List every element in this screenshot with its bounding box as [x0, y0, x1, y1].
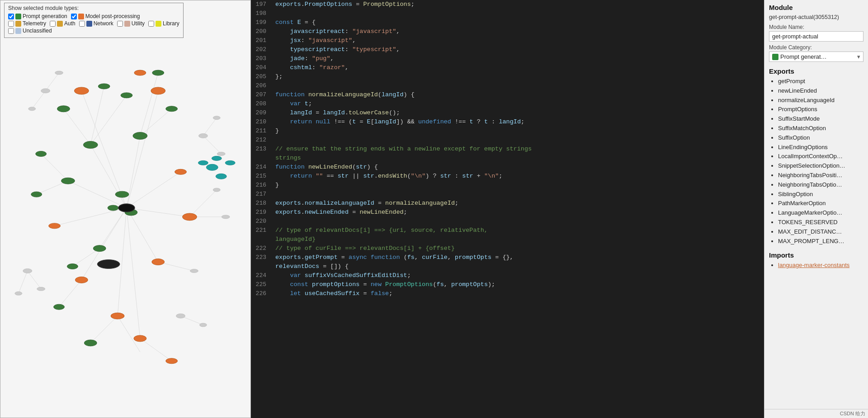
svg-point-50: [83, 141, 98, 149]
svg-point-36: [41, 89, 50, 93]
svg-point-57: [61, 178, 75, 184]
filter-item-prompt[interactable]: Prompt generation: [8, 13, 67, 19]
export-item: LocalImportContextOp…: [778, 152, 863, 161]
code-line: 207 function normalizeLanguageId(langId)…: [251, 90, 764, 99]
right-panel: Module get-prompt-actual(3055312) Module…: [764, 0, 868, 418]
svg-point-39: [198, 134, 208, 138]
export-item: PromptOptions: [778, 105, 863, 114]
bottom-bar: CSDN 给力: [764, 409, 868, 418]
export-item: PathMarkerOption: [778, 199, 863, 208]
filter-label-network: Network: [94, 20, 113, 27]
svg-point-83: [118, 204, 135, 212]
code-line: 204 cshtml: "razor",: [251, 63, 764, 72]
filter-checkbox-prompt[interactable]: [8, 14, 14, 19]
filter-checkbox-auth[interactable]: [50, 21, 56, 27]
import-item[interactable]: language-marker-constants: [778, 261, 863, 270]
code-line: 198: [251, 9, 764, 18]
code-line: 210 return null !== (t = E[langId]) && u…: [251, 117, 764, 127]
module-name-value[interactable]: get-prompt-actual: [769, 31, 863, 42]
export-item: TOKENS_RESERVED: [778, 218, 863, 227]
filter-checkbox-library[interactable]: [148, 21, 154, 27]
module-category-select[interactable]: Prompt generat… ▾: [769, 52, 863, 62]
code-line: 213 // ensure that the string ends with …: [251, 145, 764, 154]
module-name-label: Module Name:: [769, 24, 863, 30]
filter-checkbox-network[interactable]: [79, 21, 85, 27]
filter-item-unclassified[interactable]: Unclassified: [8, 28, 52, 34]
filter-item-auth[interactable]: Auth: [50, 20, 75, 27]
code-line: 212: [251, 136, 764, 145]
import-link[interactable]: language-marker-constants: [778, 262, 849, 268]
export-item: LanguageMarkerOptio…: [778, 208, 863, 218]
filter-label-telemetry: Telemetry: [23, 20, 46, 27]
svg-point-42: [23, 269, 32, 273]
svg-point-76: [134, 70, 146, 75]
code-panel: 197 exports.PromptOptions = PromptOption…: [251, 0, 764, 418]
svg-point-62: [54, 304, 65, 310]
filter-item-utility[interactable]: Utility: [117, 20, 145, 27]
svg-point-63: [84, 340, 97, 346]
svg-point-68: [151, 87, 165, 94]
code-line: 214 function newLineEnded(str) {: [251, 163, 764, 172]
filter-item-telemetry[interactable]: Telemetry: [8, 20, 46, 27]
code-line: 222 // type of curFile ==> relevantDocs[…: [251, 244, 764, 253]
code-line: 216 }: [251, 181, 764, 190]
filter-color-prompt: [15, 14, 21, 19]
export-item: NeighboringTabsOptio…: [778, 180, 863, 190]
imports-list: language-marker-constants: [769, 261, 863, 270]
code-line: 220: [251, 217, 764, 226]
filter-checkbox-model[interactable]: [71, 14, 77, 19]
filter-label-prompt: Prompt generation: [23, 13, 67, 19]
code-line: 197 exports.PromptOptions = PromptOption…: [251, 0, 764, 9]
filter-item-network[interactable]: Network: [79, 20, 113, 27]
export-item: LineEndingOptions: [778, 143, 863, 152]
svg-point-55: [166, 106, 178, 112]
module-section-title: Module: [769, 4, 863, 11]
filter-checkbox-utility[interactable]: [117, 21, 123, 27]
svg-point-74: [166, 358, 178, 364]
category-value: Prompt generat…: [780, 53, 827, 60]
filter-label-utility: Utility: [132, 20, 145, 27]
svg-point-48: [213, 188, 220, 192]
svg-point-56: [121, 93, 132, 98]
svg-point-77: [49, 223, 61, 229]
svg-point-46: [199, 323, 207, 327]
exports-list: getPromptnewLineEndednormalizeLanguageId…: [769, 77, 863, 246]
filter-color-library: [156, 21, 161, 27]
svg-point-60: [93, 245, 106, 252]
imports-section: Imports language-marker-constants: [769, 251, 863, 270]
category-dropdown-arrow[interactable]: ▾: [857, 53, 860, 60]
svg-point-38: [55, 71, 63, 75]
filter-color-auth: [57, 21, 63, 27]
code-line: 215 return "" == str || str.endsWith("\n…: [251, 172, 764, 181]
filter-item-library[interactable]: Library: [148, 20, 179, 27]
graph-svg[interactable]: [0, 0, 250, 418]
svg-point-54: [152, 70, 164, 75]
code-line: languageId}: [251, 235, 764, 244]
filter-color-unclassified: [15, 28, 21, 34]
filter-checkbox-unclassified[interactable]: [8, 28, 14, 34]
filter-row-1: Prompt generation Model post-processing: [8, 13, 179, 19]
code-area[interactable]: 197 exports.PromptOptions = PromptOption…: [251, 0, 764, 418]
code-line: 200 javascriptreact: "javascript",: [251, 27, 764, 36]
export-item: SuffixMatchOption: [778, 124, 863, 133]
svg-point-84: [97, 260, 120, 269]
svg-point-53: [98, 84, 110, 89]
export-item: SnippetSelectionOption…: [778, 161, 863, 171]
filter-item-model[interactable]: Model post-processing: [71, 13, 140, 19]
filter-checkbox-telemetry[interactable]: [8, 21, 14, 27]
code-line: 205 };: [251, 72, 764, 81]
exports-section: Exports getPromptnewLineEndednormalizeLa…: [769, 67, 863, 246]
filter-color-network: [86, 21, 92, 27]
code-line: 226 let useCachedSuffix = false;: [251, 289, 764, 298]
export-item: MAX_EDIT_DISTANC…: [778, 227, 863, 237]
svg-point-59: [31, 192, 42, 197]
filter-color-telemetry: [15, 21, 21, 27]
export-item: SuffixStartMode: [778, 114, 863, 124]
svg-point-61: [67, 264, 78, 269]
filter-label-auth: Auth: [64, 20, 75, 27]
svg-point-49: [190, 269, 198, 273]
code-line: 221 // type of relevantDocs[i] ==> {uri,…: [251, 226, 764, 235]
code-line: 223 exports.getPrompt = async function (…: [251, 253, 764, 262]
module-category-label: Module Category:: [769, 44, 863, 51]
filter-label-model: Model post-processing: [85, 13, 140, 19]
